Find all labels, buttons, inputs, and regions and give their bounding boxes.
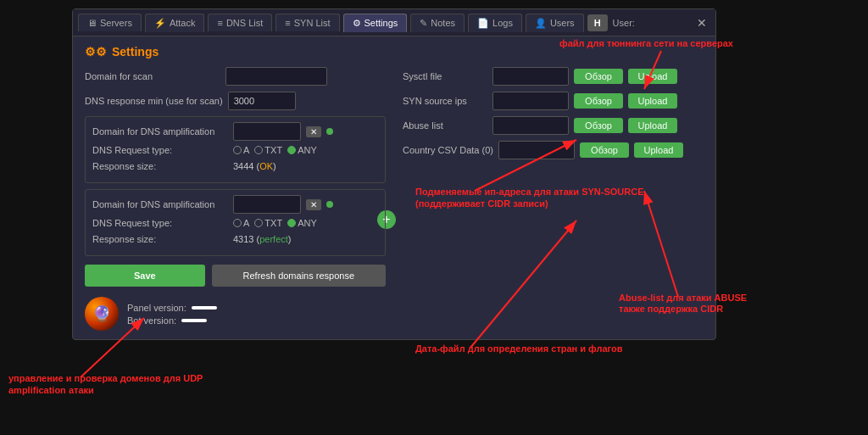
abuse-list-row: Abuse list Обзор Upload [403, 116, 704, 135]
syn-source-upload-button[interactable]: Upload [628, 93, 677, 109]
panel-version-row: Panel version: [127, 303, 217, 313]
amp-block-1: Domain for DNS amplification ✕ DNS Reque… [85, 116, 386, 183]
version-logo-icon: 🔮 [85, 297, 119, 331]
amp1-status-dot [326, 128, 333, 135]
amp1-response-size-label: Response size: [92, 161, 228, 171]
amp1-response-size-value: 3444 (OK) [233, 161, 276, 171]
abuse-list-input[interactable] [492, 116, 569, 135]
logs-icon: 📄 [477, 18, 489, 29]
sysctl-input[interactable] [492, 67, 569, 86]
panel-content: ⚙⚙ Settings Domain for scan DNS response… [73, 36, 715, 339]
tab-users[interactable]: 👤 Users [526, 14, 584, 32]
dns-response-min-input[interactable] [228, 92, 296, 110]
amp2-radio-a-circle[interactable] [233, 219, 242, 227]
amp2-radio-txt-circle[interactable] [254, 219, 263, 227]
notes-icon: ✎ [420, 18, 427, 29]
domain-scan-row: Domain for scan [85, 67, 386, 86]
amp1-radio-a[interactable]: A [233, 145, 249, 155]
amp-block-2: Domain for DNS amplification ✕ DNS Reque… [85, 189, 386, 256]
tab-notes[interactable]: ✎ Notes [410, 14, 465, 32]
left-column: Domain for scan DNS response min (use fo… [85, 67, 386, 331]
tab-bar: 🖥 Servers ⚡ Attack ≡ DNS List ≡ SYN List… [73, 9, 715, 36]
bottom-buttons: Save Refresh domains response [85, 265, 386, 287]
amp1-dns-type-row: DNS Request type: A TXT [92, 145, 378, 155]
amp2-response-size-row: Response size: 4313 (perfect) [92, 234, 378, 244]
panel-version-label: Panel version: [127, 303, 186, 313]
amp2-radio-any[interactable]: ANY [287, 218, 317, 228]
main-panel: 🖥 Servers ⚡ Attack ≡ DNS List ≡ SYN List… [72, 8, 716, 340]
bot-version-label: Bot version: [127, 315, 176, 326]
syn-source-row: SYN source ips Обзор Upload [403, 92, 704, 110]
abuse-list-obzor-button[interactable]: Обзор [574, 118, 623, 133]
tab-attack[interactable]: ⚡ Attack [145, 14, 205, 32]
user-label: User: [613, 18, 635, 28]
settings-icon: ⚙ [353, 18, 361, 29]
amp2-radio-txt[interactable]: TXT [254, 218, 282, 228]
sysctl-obzor-button[interactable]: Обзор [574, 69, 623, 84]
sysctl-upload-button[interactable]: Upload [628, 69, 677, 84]
dns-list-icon: ≡ [217, 18, 222, 28]
abuse-list-label: Abuse list [403, 120, 487, 131]
amp1-radio-any-circle[interactable] [287, 146, 296, 154]
version-section: 🔮 Panel version: Bot version: [85, 292, 386, 331]
annotation-udp-line2: amplification атаки [8, 385, 94, 395]
domain-scan-input[interactable] [225, 67, 327, 86]
country-csv-input[interactable] [498, 141, 575, 159]
amp1-radio-group: A TXT ANY [233, 145, 317, 155]
amp2-radio-a[interactable]: A [233, 218, 249, 228]
bot-version-value [181, 319, 207, 322]
country-csv-row: Country CSV Data (0) Обзор Upload [403, 141, 704, 159]
country-csv-obzor-button[interactable]: Обзор [580, 142, 629, 158]
panel-title: ⚙⚙ Settings [85, 45, 704, 59]
bot-version-row: Bot version: [127, 315, 217, 326]
panel-version-value [192, 306, 217, 310]
amp2-radio-group: A TXT ANY [233, 218, 317, 228]
amp1-remove-button[interactable]: ✕ [306, 126, 321, 137]
amp2-dns-type-label: DNS Request type: [92, 218, 228, 228]
sysctl-row: Sysctl file Обзор Upload [403, 67, 704, 86]
amp1-dns-type-label: DNS Request type: [92, 145, 228, 155]
sysctl-label: Sysctl file [403, 71, 487, 81]
tab-logs[interactable]: 📄 Logs [468, 14, 522, 32]
version-labels: Panel version: Bot version: [127, 303, 217, 326]
amp2-response-size-label: Response size: [92, 234, 228, 244]
dns-response-min-row: DNS response min (use for scan) [85, 92, 386, 110]
refresh-domains-button[interactable]: Refresh domains response [212, 265, 386, 287]
annotation-udp-line1: управление и проверка доменов для UDP [8, 373, 203, 383]
amp2-remove-button[interactable]: ✕ [306, 199, 321, 210]
settings-gear-icon: ⚙⚙ [85, 45, 107, 59]
tab-dns-list[interactable]: ≡ DNS List [208, 14, 272, 31]
settings-columns: Domain for scan DNS response min (use fo… [85, 67, 704, 331]
amp2-dns-type-row: DNS Request type: A TXT [92, 218, 378, 228]
amp1-radio-txt[interactable]: TXT [254, 145, 282, 155]
tab-syn-list[interactable]: ≡ SYN List [275, 14, 339, 31]
amp1-radio-a-circle[interactable] [233, 146, 242, 154]
annotation-data-text: Дата-файл для определения стран и флагов [415, 343, 623, 354]
amp1-header: Domain for DNS amplification ✕ [92, 122, 378, 141]
syn-source-input[interactable] [492, 92, 569, 110]
amp2-domain-label: Domain for DNS amplification [92, 199, 228, 209]
domain-scan-label: Domain for scan [85, 71, 220, 81]
amp2-radio-any-circle[interactable] [287, 219, 296, 227]
country-csv-label: Country CSV Data (0) [403, 145, 493, 155]
tab-servers[interactable]: 🖥 Servers [78, 14, 142, 31]
country-csv-upload-button[interactable]: Upload [634, 142, 683, 158]
save-button[interactable]: Save [85, 265, 205, 287]
tab-settings[interactable]: ⚙ Settings [343, 14, 408, 32]
amp1-radio-txt-circle[interactable] [254, 146, 263, 154]
amp2-header: Domain for DNS amplification ✕ [92, 195, 378, 214]
tab-h[interactable]: H [587, 14, 608, 31]
syn-source-label: SYN source ips [403, 96, 487, 106]
amp1-domain-input[interactable] [233, 122, 301, 141]
syn-source-obzor-button[interactable]: Обзор [574, 93, 623, 109]
close-button[interactable]: ✕ [692, 16, 712, 30]
amp2-response-size-value: 4313 (perfect) [233, 234, 292, 244]
amp1-domain-label: Domain for DNS amplification [92, 126, 228, 137]
add-amp-container: + [377, 210, 704, 229]
amp1-response-size-row: Response size: 3444 (OK) [92, 161, 378, 171]
servers-icon: 🖥 [87, 18, 97, 28]
amp2-domain-input[interactable] [233, 195, 301, 214]
syn-list-icon: ≡ [285, 18, 290, 28]
amp1-radio-any[interactable]: ANY [287, 145, 317, 155]
abuse-list-upload-button[interactable]: Upload [628, 118, 677, 133]
